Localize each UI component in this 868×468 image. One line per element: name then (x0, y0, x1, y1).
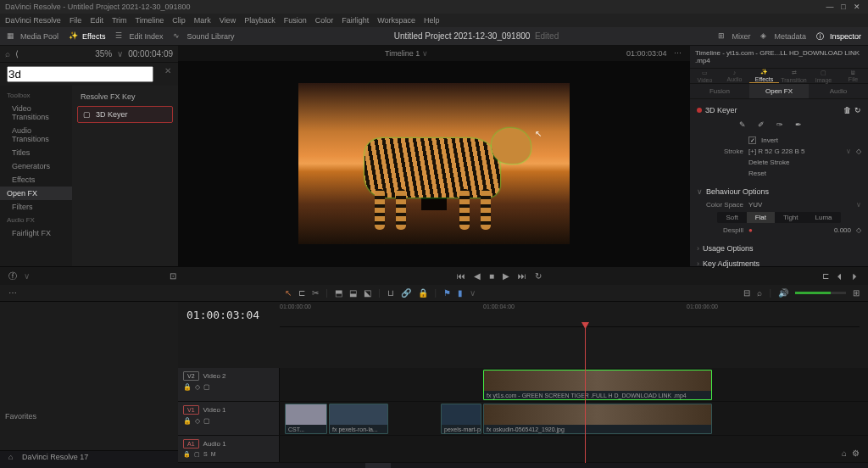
keyframe-icon[interactable]: ◇ (856, 148, 861, 155)
lock-icon[interactable]: 🔒 (183, 451, 191, 458)
timeline-dropdown[interactable]: Timeline 1 (385, 49, 420, 58)
menu-fusion[interactable]: Fusion (284, 16, 307, 25)
viewer-canvas[interactable]: ↖ (178, 61, 690, 266)
solo-icon[interactable]: ▢ (194, 451, 200, 458)
minimize-icon[interactable]: — (824, 1, 836, 13)
enable-dot-icon[interactable] (697, 108, 702, 113)
settings-icon[interactable]: ⚙ (852, 448, 860, 458)
insp-tab-effects[interactable]: ✨Effects (749, 69, 779, 83)
delete-stroke-button[interactable]: Delete Stroke (748, 159, 789, 166)
clear-search-icon[interactable]: ✕ (164, 66, 171, 75)
fx-toggle-icon[interactable]: ⓕ (8, 270, 17, 282)
prev-frame-icon[interactable]: ◀ (474, 271, 481, 281)
maximize-icon[interactable]: □ (837, 1, 849, 13)
lock-icon[interactable]: 🔒 (183, 417, 192, 425)
play-icon[interactable]: ▶ (503, 271, 509, 281)
search-tl-icon[interactable]: ⌕ (757, 288, 762, 298)
timeline-ruler[interactable]: 01:00:00:00 01:00:04:00 01:00:06:00 (280, 302, 860, 327)
prev-edit-icon[interactable]: ⏴ (836, 271, 844, 281)
cat-toolbox[interactable]: Toolbox (0, 89, 72, 102)
cat-filters[interactable]: Filters (0, 200, 72, 214)
lock-icon[interactable]: 🔒 (418, 288, 428, 298)
menu-help[interactable]: Help (424, 16, 440, 25)
subtab-audio[interactable]: Audio (809, 84, 868, 98)
menu-timeline[interactable]: Timeline (136, 16, 164, 25)
mode-tight[interactable]: Tight (775, 212, 807, 223)
plus-dropper-icon[interactable]: ✐ (758, 120, 770, 132)
stop-icon[interactable]: ■ (489, 271, 494, 281)
menu-color[interactable]: Color (315, 16, 334, 25)
cat-audio-transitions[interactable]: Audio Transitions (0, 124, 72, 146)
cat-openfx[interactable]: Open FX (0, 187, 72, 200)
timeline-timecode[interactable]: 01:00:03:04 (186, 309, 280, 321)
menu-workspace[interactable]: Workspace (377, 16, 415, 25)
next-edit-icon[interactable]: ⏵ (851, 271, 860, 281)
eyedropper-icon[interactable]: ✎ (739, 120, 751, 132)
first-frame-icon[interactable]: ⏮ (457, 271, 465, 281)
menu-clip[interactable]: Clip (172, 16, 186, 25)
speaker-icon[interactable]: 🔊 (778, 288, 788, 298)
close-icon[interactable]: ✕ (851, 1, 863, 13)
clip-cst[interactable]: CST... (285, 404, 327, 434)
menu-mark[interactable]: Mark (194, 16, 211, 25)
clip-sunset[interactable]: fx oskudin-0565412_1920.jpg (483, 404, 712, 434)
mixer-button[interactable]: ⊞Mixer (718, 31, 750, 42)
mute-icon[interactable]: ▢ (203, 383, 210, 391)
subtab-openfx[interactable]: Open FX (749, 84, 809, 98)
viewer-menu-icon[interactable]: ⋯ (674, 49, 682, 58)
zoom-value[interactable]: 35% (95, 49, 112, 58)
sound-library-button[interactable]: ∿Sound Library (173, 31, 234, 42)
effects-button[interactable]: ✨Effects (69, 31, 105, 42)
marker-icon[interactable]: ▮ (458, 288, 463, 298)
minus-dropper-icon[interactable]: ✑ (776, 120, 788, 132)
toggle-icon[interactable]: ◇ (195, 383, 200, 391)
insert-icon[interactable]: ⬒ (335, 288, 342, 298)
zoom-slider-icon[interactable]: ⊟ (743, 288, 750, 298)
trash-icon[interactable]: 🗑 (843, 106, 851, 114)
snap-icon[interactable]: ⊔ (387, 288, 394, 298)
match-frame-icon[interactable]: ⊏ (822, 271, 829, 281)
replace-icon[interactable]: ⬕ (364, 288, 371, 298)
fx-3d-keyer[interactable]: ▢ 3D Keyer (77, 106, 173, 123)
cat-fairlightfx[interactable]: Fairlight FX (0, 226, 72, 240)
customize-icon[interactable]: ⊞ (853, 288, 860, 298)
cat-video-transitions[interactable]: Video Transitions (0, 102, 72, 124)
flag-icon[interactable]: ⚑ (443, 288, 451, 298)
mute-icon[interactable]: S (203, 451, 208, 458)
insp-tab-file[interactable]: 🗎File (838, 69, 868, 83)
collapse-icon[interactable]: ⟨ (15, 49, 19, 58)
stroke-value[interactable]: [+] R 52 G 228 B 5 (748, 148, 841, 155)
arrow-tool-icon[interactable]: ↖ (285, 288, 292, 298)
options-icon[interactable]: ⋯ (8, 288, 17, 298)
menu-trim[interactable]: Trim (112, 16, 127, 25)
lock-icon[interactable]: 🔒 (183, 383, 192, 391)
insp-tab-audio[interactable]: ♪Audio (720, 69, 749, 83)
timeline[interactable]: 01:00:03:04 01:00:00:00 01:00:04:00 01:0… (178, 302, 868, 450)
volume-slider[interactable] (795, 292, 846, 294)
mode-luma[interactable]: Luma (807, 212, 841, 223)
insp-tab-video[interactable]: ▭Video (690, 69, 720, 83)
mute-icon[interactable]: ▢ (203, 417, 210, 425)
menu-view[interactable]: View (220, 16, 236, 25)
pen-icon[interactable]: ✒ (795, 120, 807, 132)
reset-icon[interactable]: ↻ (854, 106, 861, 114)
viewer-timecode[interactable]: 01:00:03:04 (626, 49, 667, 58)
cat-generators[interactable]: Generators (0, 159, 72, 173)
menu-edit[interactable]: Edit (90, 16, 103, 25)
next-frame-icon[interactable]: ⏭ (518, 271, 526, 281)
insp-tab-transition[interactable]: ⇄Transition (779, 69, 809, 83)
subtab-fusion[interactable]: Fusion (690, 84, 749, 98)
menu-davinci[interactable]: DaVinci Resolve (5, 16, 61, 25)
clip-green-tiger[interactable]: fx yt1s.com - GREEN SCREEN TIGER .FULL H… (483, 370, 712, 400)
behaviour-header[interactable]: Behaviour Options (706, 187, 769, 196)
clip-pexels-mart[interactable]: pexels-mart-produc... (441, 404, 481, 434)
overwrite-icon[interactable]: ⬓ (349, 288, 357, 298)
metadata-button[interactable]: ◈Metadata (760, 31, 806, 42)
mode-flat[interactable]: Flat (747, 212, 775, 223)
mode-soft[interactable]: Soft (717, 212, 746, 223)
transform-icon[interactable]: ⊡ (170, 271, 176, 281)
home-icon[interactable]: ⌂ (8, 453, 17, 461)
edit-index-button[interactable]: ☰Edit Index (115, 31, 163, 42)
menu-fairlight[interactable]: Fairlight (342, 16, 369, 25)
clip-pexels-ron[interactable]: fx pexels-ron-la... (329, 404, 388, 434)
